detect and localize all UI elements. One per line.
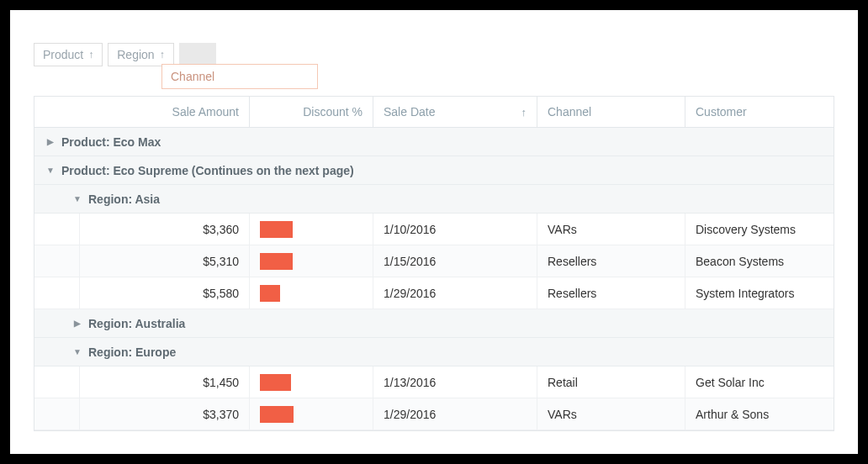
chevron-right-icon[interactable]: ▶ <box>43 137 58 146</box>
col-label: Customer <box>696 105 747 119</box>
group-row-product[interactable]: ▶ Product: Eco Max <box>34 128 834 156</box>
col-sale-amount[interactable]: Sale Amount <box>56 97 250 127</box>
table-row: $3,370 1/29/2016 VARs Arthur & Sons <box>34 398 834 430</box>
chevron-down-icon[interactable]: ▼ <box>43 166 58 175</box>
drag-ghost-label: Channel <box>171 70 214 83</box>
cell-channel: Resellers <box>537 245 685 277</box>
group-row-region[interactable]: ▶ Region: Australia <box>34 309 834 338</box>
group-row-region[interactable]: ▼ Region: Europe <box>34 338 834 366</box>
table-row: $1,450 1/13/2016 Retail Get Solar Inc <box>34 366 834 398</box>
group-row-region[interactable]: ▼ Region: Asia <box>34 185 834 214</box>
cell-sale-date: 1/29/2016 <box>373 398 537 430</box>
group-row-product[interactable]: ▼ Product: Eco Supreme (Continues on the… <box>34 156 834 185</box>
cell-discount <box>250 277 373 308</box>
group-label: Product: Eco Max <box>61 135 161 149</box>
group-chip-label: Product <box>43 48 83 61</box>
discount-bar <box>260 285 280 302</box>
cell-channel: VARs <box>537 398 685 430</box>
sort-asc-icon: ↑ <box>88 49 93 61</box>
app-frame: Product ↑ Region ↑ Channel Sale Amount D… <box>10 10 858 454</box>
discount-bar <box>260 253 293 270</box>
cell-discount <box>250 398 373 430</box>
group-panel[interactable]: Product ↑ Region ↑ Channel <box>34 42 834 67</box>
cell-sale-date: 1/13/2016 <box>373 366 537 398</box>
cell-channel: Resellers <box>537 277 685 308</box>
cell-sale-amount: $5,580 <box>80 277 250 308</box>
col-customer[interactable]: Customer <box>685 97 812 127</box>
discount-bar <box>260 221 293 238</box>
chevron-right-icon[interactable]: ▶ <box>70 319 85 328</box>
col-sale-date[interactable]: Sale Date ↑ <box>373 97 537 127</box>
discount-bar <box>260 374 291 391</box>
group-label: Region: Europe <box>88 345 176 359</box>
cell-sale-date: 1/29/2016 <box>373 277 537 308</box>
sort-asc-icon: ↑ <box>521 106 527 119</box>
group-label: Region: Asia <box>88 192 160 206</box>
group-drop-placeholder[interactable] <box>179 43 216 66</box>
chevron-down-icon[interactable]: ▼ <box>70 194 85 203</box>
cell-discount <box>250 245 373 277</box>
cell-customer: Beacon Systems <box>685 245 812 277</box>
table-row: $5,580 1/29/2016 Resellers System Integr… <box>34 277 834 309</box>
cell-discount <box>250 366 373 398</box>
cell-sale-amount: $3,360 <box>80 214 250 245</box>
table-row: $3,360 1/10/2016 VARs Discovery Systems <box>34 214 834 245</box>
col-discount[interactable]: Discount % <box>250 97 373 127</box>
col-label: Discount % <box>303 105 363 119</box>
chevron-down-icon[interactable]: ▼ <box>70 347 85 356</box>
cell-sale-date: 1/15/2016 <box>373 245 537 277</box>
cell-channel: Retail <box>537 366 685 398</box>
cell-customer: System Integrators <box>685 277 812 308</box>
cell-sale-date: 1/10/2016 <box>373 214 537 245</box>
col-expand <box>34 97 56 127</box>
group-chip-region[interactable]: Region ↑ <box>108 43 173 66</box>
col-channel[interactable]: Channel <box>537 97 685 127</box>
cell-sale-amount: $5,310 <box>80 245 250 277</box>
group-chip-product[interactable]: Product ↑ <box>34 43 103 66</box>
cell-customer: Arthur & Sons <box>685 398 812 430</box>
discount-bar <box>260 406 294 423</box>
group-label: Product: Eco Supreme (Continues on the n… <box>61 164 354 177</box>
group-chip-label: Region <box>117 48 154 61</box>
col-label: Sale Amount <box>172 105 239 119</box>
cell-channel: VARs <box>537 214 685 245</box>
grid-header-row: Sale Amount Discount % Sale Date ↑ Chann… <box>34 96 834 128</box>
cell-sale-amount: $1,450 <box>80 366 250 398</box>
group-label: Region: Australia <box>88 317 185 330</box>
column-drag-ghost[interactable]: Channel <box>161 64 318 89</box>
cell-customer: Get Solar Inc <box>685 366 812 398</box>
sort-asc-icon: ↑ <box>160 49 165 61</box>
data-grid: Sale Amount Discount % Sale Date ↑ Chann… <box>34 96 834 431</box>
col-label: Channel <box>548 105 591 119</box>
col-label: Sale Date <box>384 105 435 119</box>
cell-customer: Discovery Systems <box>685 214 812 245</box>
table-row: $5,310 1/15/2016 Resellers Beacon System… <box>34 245 834 277</box>
cell-discount <box>250 214 373 245</box>
cell-sale-amount: $3,370 <box>80 398 250 430</box>
